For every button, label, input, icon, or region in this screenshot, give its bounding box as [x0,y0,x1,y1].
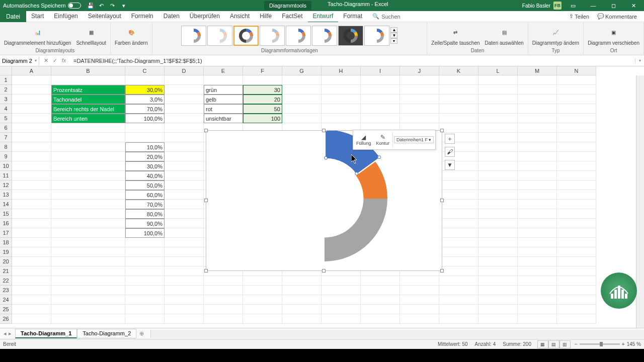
cell-D14[interactable] [165,200,204,209]
cell-K6[interactable] [439,123,478,133]
cell-L14[interactable] [478,200,518,209]
change-colors-button[interactable]: 🎨Farben ändern [113,24,150,47]
cell-F26[interactable] [243,314,282,324]
cell-M22[interactable] [518,276,557,286]
cell-I5[interactable] [361,114,400,123]
cell-A2[interactable] [12,85,51,95]
cell-E5[interactable]: unsichtbar [204,114,243,123]
row-header-17[interactable]: 17 [0,228,12,238]
cell-B19[interactable] [51,247,125,257]
chart-style-8[interactable] [364,26,389,46]
zoom-slider[interactable] [580,343,620,345]
cell-A23[interactable] [12,286,51,295]
cell-C12[interactable]: 50,0% [125,180,165,190]
fx-icon[interactable]: fx [60,57,67,64]
cell-A20[interactable] [12,257,51,266]
cell-J25[interactable] [400,305,439,314]
col-header-J[interactable]: J [400,66,439,75]
cell-A26[interactable] [12,314,51,324]
menu-tab-entwurf[interactable]: Entwurf [308,11,339,23]
cell-N17[interactable] [557,228,596,238]
cell-F22[interactable] [243,276,282,286]
share-button[interactable]: ⇪Teilen [566,12,592,21]
cell-F5[interactable]: 100 [243,114,282,123]
cell-K23[interactable] [439,286,478,295]
cell-M24[interactable] [518,295,557,305]
cell-C3[interactable]: 3,0% [125,95,165,104]
cell-D9[interactable] [165,152,204,161]
cell-K25[interactable] [439,305,478,314]
row-header-11[interactable]: 11 [0,171,12,180]
cell-L24[interactable] [478,295,518,305]
cell-L3[interactable] [478,95,518,104]
col-header-N[interactable]: N [557,66,596,75]
cell-C10[interactable]: 30,0% [125,161,165,171]
cell-G3[interactable] [282,95,321,104]
cell-L1[interactable] [478,75,518,85]
menu-tab-start[interactable]: Start [26,11,49,23]
resize-handle[interactable] [204,269,208,273]
cell-D10[interactable] [165,161,204,171]
doughnut-chart[interactable] [206,131,443,272]
cell-M15[interactable] [518,209,557,219]
menu-tab-seitenlayout[interactable]: Seitenlayout [83,11,126,23]
row-header-21[interactable]: 21 [0,266,12,276]
cell-A4[interactable] [12,104,51,114]
zoom-out-button[interactable]: − [575,341,578,347]
cell-B18[interactable] [51,238,125,247]
row-header-23[interactable]: 23 [0,286,12,295]
cell-D12[interactable] [165,180,204,190]
page-break-view-button[interactable]: ▥ [559,340,571,348]
col-header-I[interactable]: I [361,66,400,75]
cell-C6[interactable] [125,123,165,133]
row-header-3[interactable]: 3 [0,95,12,104]
cell-K13[interactable] [439,190,478,200]
row-header-4[interactable]: 4 [0,104,12,114]
col-header-M[interactable]: M [518,66,557,75]
change-chart-type-button[interactable]: 📈Diagrammtyp ändern [530,24,581,47]
cell-E24[interactable] [204,295,243,305]
maximize-icon[interactable]: ◻ [605,0,622,11]
cell-K16[interactable] [439,219,478,228]
cell-C19[interactable] [125,247,165,257]
cell-L21[interactable] [478,266,518,276]
cell-M14[interactable] [518,200,557,209]
cell-A10[interactable] [12,161,51,171]
cell-C9[interactable]: 20,0% [125,152,165,161]
cell-A1[interactable] [12,75,51,85]
cell-N23[interactable] [557,286,596,295]
close-icon[interactable]: ✕ [625,0,642,11]
cell-M13[interactable] [518,190,557,200]
cell-M7[interactable] [518,133,557,142]
cell-F2[interactable]: 30 [243,85,282,95]
qat-more-icon[interactable]: ▾ [120,2,127,9]
cell-F4[interactable]: 50 [243,104,282,114]
cell-L15[interactable] [478,209,518,219]
cell-C8[interactable]: 10,0% [125,142,165,152]
row-header-14[interactable]: 14 [0,200,12,209]
row-header-24[interactable]: 24 [0,295,12,305]
ribbon-options-icon[interactable]: ▭ [565,0,582,11]
cell-M21[interactable] [518,266,557,276]
cell-L10[interactable] [478,161,518,171]
resize-handle[interactable] [322,269,326,273]
cell-B5[interactable]: Bereich unten [51,114,125,123]
cell-K22[interactable] [439,276,478,286]
resize-handle[interactable] [204,199,208,202]
cell-B12[interactable] [51,180,125,190]
cell-L23[interactable] [478,286,518,295]
name-box[interactable]: Diagramm 2 [0,57,39,65]
cell-H4[interactable] [321,104,361,114]
cell-G25[interactable] [282,305,321,314]
cell-E1[interactable] [204,75,243,85]
resize-handle[interactable] [204,129,208,132]
sheet-nav[interactable]: ◂ ▸ [0,330,15,337]
row-header-19[interactable]: 19 [0,247,12,257]
cell-N9[interactable] [557,152,596,161]
cell-E25[interactable] [204,305,243,314]
cell-L16[interactable] [478,219,518,228]
cancel-formula-icon[interactable]: ✕ [42,57,49,64]
cell-E26[interactable] [204,314,243,324]
cell-C20[interactable] [125,257,165,266]
accept-formula-icon[interactable]: ✓ [51,57,58,64]
